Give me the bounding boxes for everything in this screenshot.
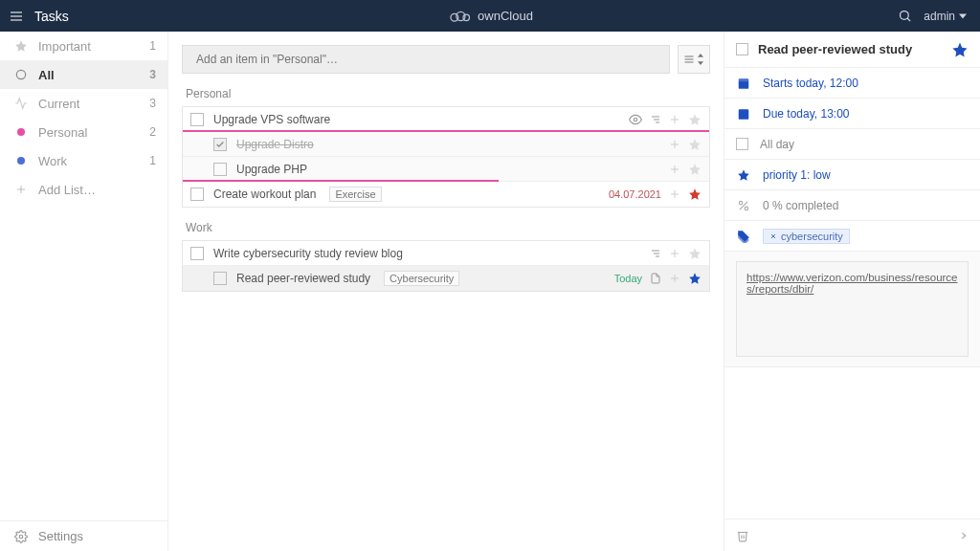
plus-icon: [15, 184, 27, 195]
user-label: admin: [924, 10, 955, 23]
star-icon[interactable]: [951, 41, 969, 58]
svg-point-15: [634, 118, 637, 121]
panel-priority-label: priority 1: low: [763, 168, 831, 182]
eye-icon[interactable]: [629, 113, 642, 126]
task-label: Upgrade Distro: [236, 138, 314, 151]
subtasks-icon[interactable]: [650, 114, 661, 125]
settings-button[interactable]: Settings: [0, 520, 167, 551]
task-checkbox[interactable]: [213, 138, 227, 151]
percent-icon: [737, 199, 750, 212]
svg-point-38: [739, 201, 743, 205]
caret-down-icon: [959, 12, 967, 20]
task-row[interactable]: Upgrade Distro: [183, 132, 709, 157]
allday-checkbox[interactable]: [736, 138, 748, 150]
tag-chip[interactable]: cybersecurity: [763, 229, 850, 244]
app-title: Tasks: [34, 9, 69, 24]
task-checkbox[interactable]: [213, 163, 227, 176]
panel-title: Read peer-reviewed study: [758, 42, 912, 56]
panel-due-row[interactable]: Due today, 13:00: [724, 99, 980, 129]
sidebar-item-all[interactable]: All 3: [0, 60, 167, 89]
section-title-personal: Personal: [186, 87, 710, 100]
plus-icon[interactable]: [669, 164, 680, 175]
task-label: Upgrade VPS software: [213, 113, 330, 126]
brand-label: ownCloud: [478, 9, 533, 23]
star-icon[interactable]: [688, 113, 702, 126]
task-due-date: Today: [614, 273, 642, 284]
task-row[interactable]: Upgrade PHP: [183, 157, 709, 182]
star-icon: [14, 39, 28, 53]
task-checkbox[interactable]: [736, 43, 748, 55]
gear-icon: [14, 530, 28, 543]
note-icon[interactable]: [650, 273, 661, 284]
dot-icon: [17, 157, 25, 165]
svg-point-11: [19, 535, 23, 539]
task-row[interactable]: Write cybersecurity study review blog: [183, 241, 709, 266]
task-row[interactable]: Create workout plan Exercise 04.07.2021: [183, 182, 709, 207]
user-menu[interactable]: admin: [924, 10, 967, 23]
star-icon[interactable]: [688, 187, 702, 201]
sidebar-item-work[interactable]: Work 1: [0, 146, 167, 175]
panel-note[interactable]: https://www.verizon.com/business/resourc…: [736, 261, 969, 357]
add-list-button[interactable]: Add List…: [0, 175, 167, 204]
main-content: Personal Upgrade VPS software Upgrade Di…: [168, 32, 724, 551]
task-checkbox[interactable]: [190, 247, 204, 260]
panel-start-label: Starts today, 12:00: [763, 77, 858, 90]
sidebar-item-label: Important: [38, 39, 91, 54]
add-task-input[interactable]: [182, 45, 670, 74]
star-icon: [737, 168, 750, 182]
panel-progress-row[interactable]: 0 % completed: [724, 190, 980, 221]
plus-icon[interactable]: [669, 248, 680, 259]
dot-icon: [17, 128, 25, 136]
calendar-icon: [737, 77, 750, 90]
task-list-personal: Upgrade VPS software Upgrade Distro: [182, 106, 710, 208]
close-icon[interactable]: [769, 232, 777, 240]
owncloud-icon: [447, 9, 472, 24]
sidebar-item-current[interactable]: Current 3: [0, 89, 167, 118]
plus-icon[interactable]: [669, 114, 680, 125]
hamburger-menu[interactable]: [0, 0, 33, 32]
sidebar-item-count: 2: [149, 125, 156, 139]
topbar: Tasks ownCloud admin: [0, 0, 980, 32]
plus-icon[interactable]: [669, 273, 680, 284]
sidebar-item-count: 3: [149, 97, 156, 110]
star-icon[interactable]: [688, 272, 702, 285]
panel-footer: [724, 518, 980, 551]
task-due-date: 04.07.2021: [609, 188, 661, 200]
star-icon[interactable]: [688, 163, 702, 176]
task-row[interactable]: Upgrade VPS software: [183, 107, 709, 132]
arrow-right-icon[interactable]: [953, 528, 969, 543]
sidebar-item-label: Personal: [38, 125, 87, 140]
note-link[interactable]: https://www.verizon.com/business/resourc…: [746, 272, 958, 295]
plus-icon[interactable]: [669, 139, 680, 150]
sidebar-item-label: Current: [38, 97, 79, 111]
plus-icon[interactable]: [669, 188, 680, 200]
task-checkbox[interactable]: [213, 272, 227, 285]
star-icon[interactable]: [688, 247, 702, 260]
svg-rect-35: [739, 78, 749, 81]
svg-line-37: [740, 201, 747, 209]
panel-priority-row[interactable]: priority 1: low: [724, 160, 980, 190]
task-row[interactable]: Read peer-reviewed study Cybersecurity T…: [183, 266, 709, 291]
task-list-work: Write cybersecurity study review blog Re…: [182, 240, 710, 292]
task-category-badge: Cybersecurity: [384, 271, 459, 286]
sidebar-item-personal[interactable]: Personal 2: [0, 118, 167, 146]
svg-point-6: [901, 11, 909, 20]
subtasks-icon[interactable]: [650, 248, 661, 259]
sidebar-item-important[interactable]: Important 1: [0, 32, 167, 60]
sidebar-item-count: 1: [149, 154, 156, 167]
trash-icon[interactable]: [736, 529, 749, 542]
panel-tags-row[interactable]: cybersecurity: [724, 221, 980, 252]
task-label: Write cybersecurity study review blog: [213, 247, 403, 260]
task-checkbox[interactable]: [190, 187, 204, 201]
star-icon[interactable]: [688, 138, 702, 151]
panel-allday-row[interactable]: All day: [724, 129, 980, 160]
sort-arrows-icon: [697, 54, 704, 65]
task-label: Create workout plan: [213, 187, 316, 201]
task-checkbox[interactable]: [190, 113, 204, 126]
search-icon[interactable]: [898, 9, 912, 23]
panel-start-row[interactable]: Starts today, 12:00: [724, 68, 980, 99]
panel-due-label: Due today, 13:00: [763, 107, 850, 121]
sort-button[interactable]: [678, 45, 710, 74]
task-label: Read peer-reviewed study: [236, 272, 370, 285]
sidebar-item-count: 1: [149, 39, 156, 53]
